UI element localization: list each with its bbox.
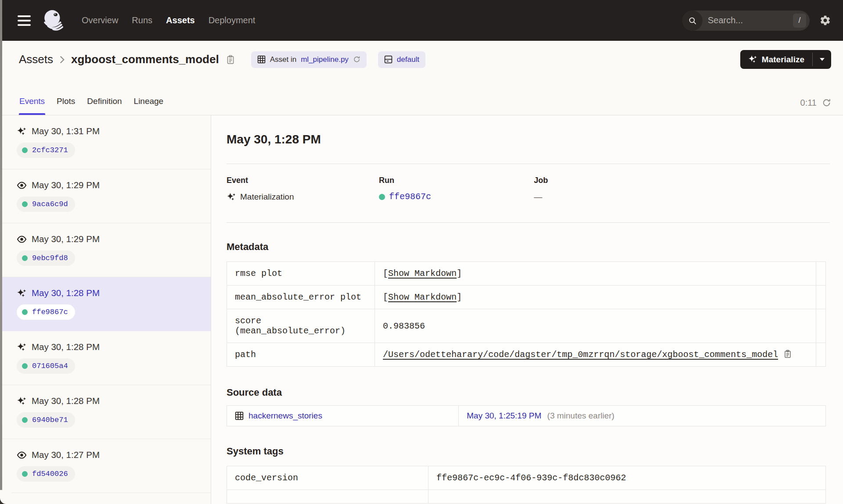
tab-events[interactable]: Events <box>19 97 45 115</box>
nav-item-assets[interactable]: Assets <box>166 15 195 25</box>
event-timestamp: May 30, 1:28 PM <box>32 288 100 298</box>
copy-path-icon[interactable] <box>783 350 792 358</box>
run-id-link[interactable]: ffe9867c <box>32 308 68 316</box>
run-status-dot <box>22 471 28 477</box>
event-timestamp: May 30, 1:31 PM <box>32 126 100 136</box>
settings-gear-icon[interactable] <box>819 14 831 26</box>
asset-group-badge[interactable]: default <box>378 51 425 68</box>
path-link[interactable]: /Users/odetteharary/code/dagster/tmp_0mz… <box>383 350 778 360</box>
refresh-icon[interactable] <box>822 98 831 107</box>
event-list-item[interactable]: May 30, 1:29 PM 9ebc9fd8 <box>0 223 211 277</box>
run-id-pill[interactable]: fd540026 <box>17 466 75 482</box>
job-value: — <box>534 192 830 202</box>
run-id-pill[interactable]: ffe9867c <box>17 304 75 320</box>
divider <box>227 164 830 164</box>
primary-nav: Overview Runs Assets Deployment <box>82 15 255 25</box>
source-relative-time: (3 minutes earlier) <box>547 411 614 420</box>
search-box[interactable]: / <box>682 11 810 31</box>
search-icon <box>682 11 702 31</box>
copy-asset-name-icon[interactable] <box>226 55 235 64</box>
source-asset-link[interactable]: hackernews_stories <box>249 411 322 421</box>
table-spacer-cell <box>816 309 826 343</box>
metadata-heading: Metadata <box>227 241 830 253</box>
run-id-link[interactable]: 9ebc9fd8 <box>32 254 68 262</box>
search-input[interactable] <box>702 15 793 25</box>
table-row: mean_absolute_error plot [Show Markdown] <box>227 286 826 309</box>
nav-item-deployment[interactable]: Deployment <box>209 15 256 25</box>
metadata-key: score (mean_absolute_error) <box>227 309 375 343</box>
metadata-table: rmse plot [Show Markdown] mean_absolute_… <box>227 261 826 367</box>
bracket: [ <box>383 292 388 302</box>
nav-item-overview[interactable]: Overview <box>82 15 118 25</box>
dagster-app-window: Overview Runs Assets Deployment / Assets… <box>0 0 843 504</box>
table-row: rmse plot [Show Markdown] <box>227 262 826 286</box>
run-id-link[interactable]: 2cfc3271 <box>32 146 68 154</box>
auto-refresh-timer: 0:11 <box>800 98 831 115</box>
page-title: xgboost_comments_model <box>71 53 219 66</box>
event-list-item[interactable]: May 30, 1:29 PM 9aca6c9d <box>0 169 211 223</box>
run-status-dot <box>22 363 28 369</box>
event-list-item[interactable]: May 30, 1:28 PM 071605a4 <box>0 331 211 385</box>
run-id-link[interactable]: 9aca6c9d <box>32 200 68 208</box>
materialize-dropdown-button[interactable] <box>813 50 831 69</box>
event-list-item[interactable]: May 30, 1:27 PM fd540026 <box>0 439 211 493</box>
asset-group-icon <box>384 55 393 64</box>
table-row: path /Users/odetteharary/code/dagster/tm… <box>227 343 826 367</box>
tabs-bar: Events Plots Definition Lineage 0:11 <box>0 78 843 115</box>
table-row: score (mean_absolute_error) 0.983856 <box>227 309 826 343</box>
show-markdown-link[interactable]: Show Markdown <box>388 292 457 302</box>
run-id-pill[interactable]: 6940be71 <box>17 412 75 428</box>
tab-definition[interactable]: Definition <box>86 97 122 115</box>
event-list-item[interactable]: May 30, 1:31 PM 2cfc3271 <box>0 115 211 169</box>
tab-plots[interactable]: Plots <box>56 97 76 115</box>
run-id-pill[interactable]: 9aca6c9d <box>17 197 75 212</box>
divider <box>227 222 830 223</box>
run-status-dot <box>22 201 28 207</box>
tag-value <box>429 490 826 504</box>
metadata-key: mean_absolute_error plot <box>227 286 375 309</box>
materialization-sparkle-icon <box>17 342 27 352</box>
search-shortcut-badge: / <box>793 14 806 28</box>
run-status-dot <box>22 417 28 423</box>
breadcrumb-separator-icon <box>59 55 65 64</box>
run-id-pill[interactable]: 2cfc3271 <box>17 143 75 158</box>
nav-item-runs[interactable]: Runs <box>132 15 152 25</box>
event-summary: Event Materialization Run ffe9867c Job — <box>227 175 830 202</box>
asset-location-badge[interactable]: Asset in ml_pipeline.py <box>251 51 367 68</box>
metadata-key: rmse plot <box>227 262 375 286</box>
run-id-link[interactable]: fd540026 <box>32 470 68 478</box>
table-row: code_version ffe9867c-ec9c-4f06-939c-f8d… <box>227 466 826 490</box>
run-id-pill[interactable]: 071605a4 <box>17 358 75 374</box>
event-timestamp: May 30, 1:28 PM <box>32 396 100 406</box>
run-id-link[interactable]: ffe9867c <box>389 192 431 202</box>
breadcrumb-assets-link[interactable]: Assets <box>19 53 53 66</box>
event-detail-panel: May 30, 1:28 PM Event Materialization Ru… <box>211 115 843 504</box>
tab-lineage[interactable]: Lineage <box>133 97 164 115</box>
code-location-link[interactable]: ml_pipeline.py <box>301 55 349 64</box>
event-column-label: Event <box>227 175 379 185</box>
run-id-link[interactable]: 6940be71 <box>32 416 68 424</box>
hamburger-menu-icon[interactable] <box>18 15 31 26</box>
reload-location-icon[interactable] <box>353 56 360 63</box>
materialize-main-button[interactable]: Materialize <box>740 50 812 69</box>
event-list-item[interactable]: May 30, 1:28 PM ffe9867c <box>0 277 211 331</box>
run-id-link[interactable]: 071605a4 <box>32 362 68 370</box>
materialization-sparkle-icon <box>17 126 27 136</box>
dagster-logo[interactable] <box>42 9 66 32</box>
event-title: May 30, 1:28 PM <box>227 132 830 147</box>
asset-group-link[interactable]: default <box>397 55 419 64</box>
event-timestamp: May 30, 1:29 PM <box>32 180 100 190</box>
run-id-pill[interactable]: 9ebc9fd8 <box>17 250 75 266</box>
observation-eye-icon <box>17 450 27 460</box>
run-status-dot <box>22 147 28 153</box>
event-timestamp: May 30, 1:28 PM <box>32 342 100 352</box>
system-tags-heading: System tags <box>227 446 830 457</box>
tag-value: ffe9867c-ec9c-4f06-939c-f8dc830c0962 <box>429 466 826 490</box>
chevron-down-icon <box>819 57 825 61</box>
source-timestamp-link[interactable]: May 30, 1:25:19 PM <box>467 411 541 420</box>
content-area: May 30, 1:31 PM 2cfc3271 May 30, 1:29 PM… <box>0 115 843 504</box>
event-list-item[interactable]: May 30, 1:28 PM 6940be71 <box>0 385 211 439</box>
show-markdown-link[interactable]: Show Markdown <box>388 268 457 279</box>
materialize-button[interactable]: Materialize <box>740 50 831 69</box>
materialize-label: Materialize <box>762 55 804 64</box>
